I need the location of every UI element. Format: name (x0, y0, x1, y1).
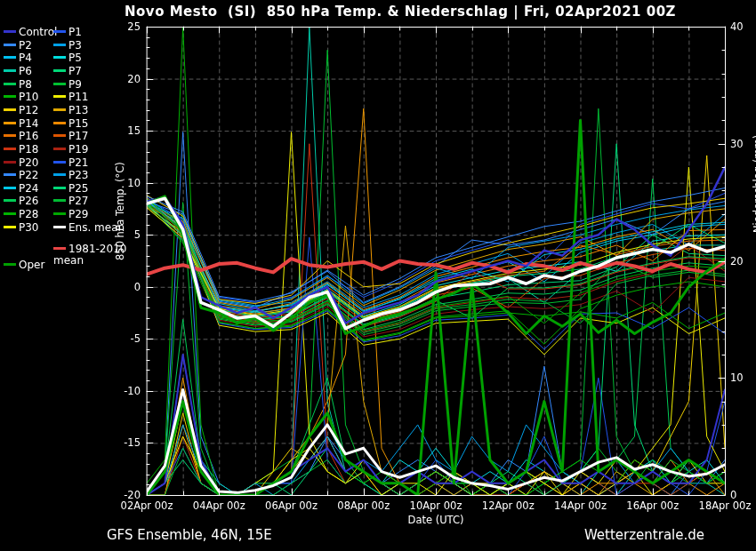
legend-label: P25 (68, 182, 89, 195)
legend-color-swatch (4, 134, 16, 137)
legend-item-p17: P17 (53, 131, 89, 143)
legend-label: Control (19, 26, 57, 38)
x-axis-tick-label: 14Apr 00z (550, 499, 612, 512)
legend-label: P1 (68, 26, 82, 38)
legend-item-p29: P29 (53, 209, 89, 221)
legend-color-swatch (4, 263, 16, 266)
legend-color-swatch (53, 95, 66, 98)
legend-color-swatch (4, 226, 16, 228)
legend-item-p12: P12 (4, 105, 39, 117)
x-axis-tick-label: 18Apr 00z (694, 499, 756, 512)
legend-color-swatch (53, 83, 66, 85)
left-axis-tick-label: -5 (110, 332, 141, 345)
legend-item-p11: P11 (53, 92, 89, 104)
legend-label: P14 (19, 117, 39, 130)
chart-title: Novo Mesto (SI) 850 hPa Temp. & Niedersc… (53, 4, 747, 20)
legend-item-p1: P1 (53, 27, 82, 39)
right-axis-tick-label: 20 (730, 255, 744, 268)
legend-color-swatch (53, 173, 66, 176)
legend-item-p22: P22 (4, 170, 39, 182)
right-axis-tick-label: 40 (730, 20, 744, 33)
legend-color-swatch (4, 56, 16, 59)
legend-item-p10: P10 (4, 92, 39, 104)
legend-color-swatch (4, 212, 16, 215)
legend-label: P13 (68, 104, 89, 116)
left-axis-tick-label: 25 (110, 20, 141, 33)
legend-color-swatch (53, 148, 66, 150)
legend-color-swatch (53, 122, 66, 124)
legend-label: P11 (68, 91, 89, 103)
legend-item-p14: P14 (4, 118, 39, 131)
legend-label: P6 (19, 65, 32, 77)
legend-label: P19 (68, 143, 89, 156)
legend-item-oper: Oper (4, 260, 44, 272)
legend-color-swatch (53, 134, 66, 137)
legend-item-p7: P7 (53, 66, 82, 78)
legend-label: P17 (68, 130, 89, 142)
legend-color-swatch (53, 247, 66, 250)
x-axis-tick-label: 08Apr 00z (333, 499, 395, 512)
legend-item-p27: P27 (53, 196, 89, 208)
legend-color-swatch (4, 148, 16, 150)
left-axis-tick-label: 20 (110, 73, 141, 85)
legend-label: P2 (19, 39, 32, 52)
footer-model-info: GFS Ensemble, 46N, 15E (107, 527, 272, 543)
legend-item-p26: P26 (4, 196, 39, 208)
legend-label: P3 (68, 39, 82, 52)
legend-item-p19: P19 (53, 144, 89, 156)
legend-label: P15 (68, 117, 89, 130)
legend-item-p2: P2 (4, 40, 32, 52)
legend-item-p30: P30 (4, 222, 39, 235)
legend-label: P12 (19, 104, 39, 116)
x-axis-tick-label: 10Apr 00z (405, 499, 467, 512)
legend-item-p21: P21 (53, 157, 89, 170)
legend-color-swatch (4, 30, 16, 33)
legend-item-control: Control (4, 27, 57, 39)
legend-label: P9 (68, 78, 82, 91)
legend-label: P27 (68, 195, 89, 207)
legend-color-swatch (53, 30, 66, 33)
legend-color-swatch (4, 83, 16, 85)
legend-color-swatch (53, 56, 66, 59)
legend-item-p24: P24 (4, 183, 39, 196)
legend-color-swatch (4, 187, 16, 189)
legend-color-swatch (4, 95, 16, 98)
legend-item-p15: P15 (53, 118, 89, 131)
legend-color-swatch (4, 108, 16, 111)
legend-label: P29 (68, 208, 89, 220)
legend-item-p3: P3 (53, 40, 82, 52)
legend-color-swatch (4, 199, 16, 202)
right-axis-tick-label: 30 (730, 138, 744, 150)
legend-label: P8 (19, 78, 32, 91)
left-axis-tick-label: -15 (110, 436, 141, 449)
legend-item-p23: P23 (53, 170, 89, 182)
legend-item-p4: P4 (4, 52, 32, 65)
left-axis-tick-label: 15 (110, 124, 141, 137)
footer-site-credit: Wetterzentrale.de (584, 527, 704, 543)
left-axis-tick-label: -10 (110, 385, 141, 397)
legend-item-p8: P8 (4, 79, 32, 92)
right-axis-title: Niederschlag (mm) (752, 135, 756, 233)
legend-item-p25: P25 (53, 183, 89, 196)
legend-label: P20 (19, 156, 39, 169)
x-axis-title: Date (UTC) (356, 514, 516, 526)
x-axis-tick-label: 02Apr 00z (116, 499, 178, 512)
legend-label: P24 (19, 182, 39, 195)
legend-color-swatch (4, 69, 16, 72)
legend-item-p16: P16 (4, 131, 39, 143)
legend-label: P10 (19, 91, 39, 103)
legend-label: Oper (19, 259, 44, 271)
legend-item-p13: P13 (53, 105, 89, 117)
legend-item-p5: P5 (53, 52, 82, 65)
forecast-chart-page: Novo Mesto (SI) 850 hPa Temp. & Niedersc… (0, 0, 756, 551)
legend-color-swatch (4, 161, 16, 164)
legend-color-swatch (53, 199, 66, 202)
legend-label: P22 (19, 169, 39, 181)
legend-label: P4 (19, 52, 32, 64)
legend-color-swatch (4, 122, 16, 124)
legend-color-swatch (53, 212, 66, 215)
legend-item-p18: P18 (4, 144, 39, 156)
left-axis-tick-label: 0 (110, 281, 141, 293)
x-axis-tick-label: 16Apr 00z (622, 499, 684, 512)
legend-item-p28: P28 (4, 209, 39, 221)
